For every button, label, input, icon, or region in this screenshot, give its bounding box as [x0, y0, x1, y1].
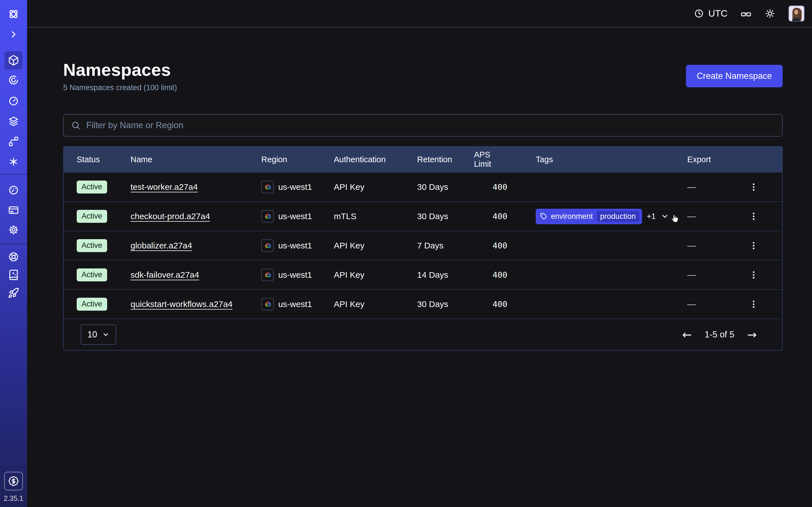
row-menu-button[interactable] — [746, 209, 762, 224]
table-row: Active test-worker.a27a4 us-west1 API Ke… — [64, 172, 782, 202]
row-menu-button[interactable] — [746, 267, 762, 283]
retention-label: 7 Days — [417, 241, 474, 250]
auth-label: API Key — [334, 299, 417, 309]
tag-icon — [540, 213, 547, 220]
namespace-count: 5 Namespaces created (100 limit) — [63, 83, 177, 92]
gear-icon — [8, 224, 19, 235]
tag-value: production — [597, 211, 640, 222]
gcp-region-icon — [261, 239, 274, 252]
next-page-button[interactable]: → — [747, 329, 757, 340]
col-region: Region — [261, 155, 334, 164]
sidebar-item-docs[interactable] — [4, 267, 22, 283]
row-menu-button[interactable] — [746, 238, 762, 253]
sidebar-item-usage[interactable] — [4, 182, 22, 198]
sidebar-item-nexus[interactable] — [4, 133, 22, 149]
table-row: Active globalizer.a27a4 us-west1 API Key… — [64, 231, 782, 260]
timezone-selector[interactable]: UTC — [694, 8, 727, 19]
status-badge: Active — [77, 239, 107, 252]
sidebar-item-deployments[interactable] — [4, 113, 22, 129]
auth-label: API Key — [334, 270, 417, 280]
gcp-region-icon — [261, 298, 274, 311]
sidebar-item-getting-started[interactable] — [4, 285, 22, 301]
aps-limit-value: 400 — [474, 182, 519, 192]
status-badge: Active — [77, 210, 107, 223]
region-label: us-west1 — [278, 241, 312, 250]
export-value: — — [688, 182, 745, 192]
namespaces-table: Status Name Region Authentication Retent… — [63, 146, 783, 351]
export-value: — — [688, 270, 745, 280]
retention-label: 30 Days — [417, 212, 474, 221]
glasses-icon — [741, 8, 752, 19]
sidebar-item-schedules[interactable] — [4, 93, 22, 109]
aps-limit-value: 400 — [474, 241, 519, 250]
gcp-region-icon — [261, 210, 274, 223]
region-label: us-west1 — [278, 182, 312, 192]
retention-label: 30 Days — [417, 299, 474, 309]
retention-label: 30 Days — [417, 182, 474, 192]
pricing-button[interactable] — [4, 472, 23, 490]
kebab-menu-icon — [749, 241, 758, 250]
sidebar-divider — [0, 244, 27, 244]
col-name: Name — [131, 155, 261, 164]
col-aps-limit: APS Limit — [474, 150, 519, 169]
sidebar-item-batch-operations[interactable] — [4, 154, 22, 170]
sidebar-item-namespaces[interactable] — [4, 51, 22, 69]
main-content: Namespaces 5 Namespaces created (100 lim… — [27, 28, 812, 507]
aps-limit-value: 400 — [474, 270, 519, 280]
user-avatar[interactable] — [788, 5, 805, 22]
table-header-row: Status Name Region Authentication Retent… — [64, 147, 782, 172]
row-menu-button[interactable] — [746, 179, 762, 195]
tag-key: environment — [551, 212, 593, 221]
region-label: us-west1 — [278, 299, 312, 309]
page-size-select[interactable]: 10 — [81, 325, 116, 345]
temporal-logo-icon[interactable] — [4, 5, 22, 23]
table-row: Active sdk-failover.a27a4 us-west1 API K… — [64, 260, 782, 289]
namespace-link[interactable]: checkout-prod.a27a4 — [131, 212, 210, 221]
namespace-link[interactable]: globalizer.a27a4 — [131, 241, 192, 250]
chevron-right-icon — [9, 30, 18, 39]
create-namespace-button[interactable]: Create Namespace — [686, 65, 783, 87]
filter-bar — [63, 114, 783, 136]
tags-cell: environment production +1 — [536, 209, 688, 224]
export-value: — — [688, 212, 745, 221]
labs-mode-button[interactable] — [741, 8, 752, 19]
chevron-down-icon[interactable] — [661, 212, 669, 221]
row-menu-button[interactable] — [746, 296, 762, 312]
expand-sidebar-button[interactable] — [4, 26, 22, 42]
col-authentication: Authentication — [334, 155, 417, 164]
avatar-image — [789, 6, 804, 21]
auth-label: mTLS — [334, 212, 417, 221]
gcp-region-icon — [261, 181, 274, 193]
sidebar-item-settings[interactable] — [4, 222, 22, 238]
retention-label: 14 Days — [417, 270, 474, 280]
search-icon — [71, 121, 81, 130]
namespace-link[interactable]: quickstart-workflows.a27a4 — [131, 299, 233, 309]
lifebuoy-icon — [8, 251, 19, 263]
namespace-link[interactable]: test-worker.a27a4 — [131, 182, 198, 192]
app-version: 2.35.1 — [4, 494, 23, 503]
gcp-region-icon — [261, 269, 274, 281]
sun-icon — [765, 8, 775, 19]
sidebar: 2.35.1 — [0, 0, 27, 507]
aps-limit-value: 400 — [474, 299, 519, 309]
col-export: Export — [688, 155, 745, 164]
kebab-menu-icon — [749, 182, 758, 192]
col-status: Status — [64, 155, 131, 164]
namespace-link[interactable]: sdk-failover.a27a4 — [131, 270, 199, 280]
sidebar-divider — [0, 174, 27, 175]
auth-label: API Key — [334, 241, 417, 250]
page-range-label: 1-5 of 5 — [705, 330, 734, 340]
credit-card-icon — [8, 205, 19, 216]
badge-dollar-icon — [8, 476, 19, 487]
theme-toggle-button[interactable] — [765, 8, 775, 19]
page-title: Namespaces — [63, 60, 177, 80]
kebab-menu-icon — [749, 212, 758, 221]
branch-icon — [8, 136, 19, 147]
sidebar-item-support[interactable] — [4, 249, 22, 265]
table-row: Active quickstart-workflows.a27a4 us-wes… — [64, 289, 782, 319]
sidebar-item-workflows[interactable] — [4, 72, 22, 88]
tag-pill[interactable]: environment production — [536, 209, 642, 224]
sidebar-item-billing[interactable] — [4, 202, 22, 218]
prev-page-button[interactable]: ← — [682, 329, 692, 340]
filter-input[interactable] — [86, 120, 775, 130]
